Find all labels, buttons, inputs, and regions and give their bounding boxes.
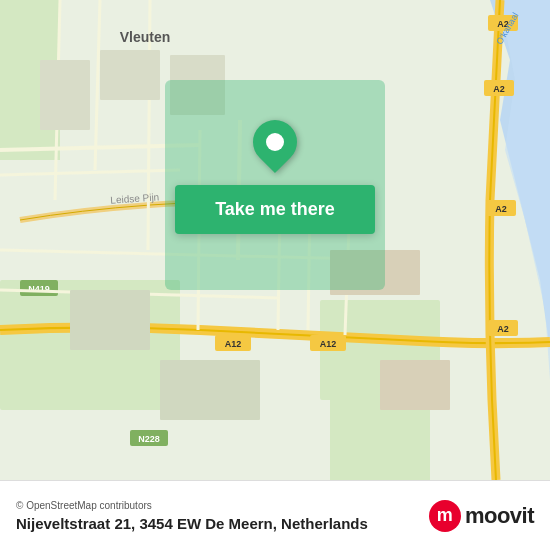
map-container: A12 A12 A2 A2 A2 A2 N419 N228 <box>0 0 550 480</box>
svg-text:A2: A2 <box>493 84 505 94</box>
svg-text:A12: A12 <box>225 339 242 349</box>
svg-rect-38 <box>380 360 450 410</box>
map-pin <box>253 120 297 164</box>
svg-text:A12: A12 <box>320 339 337 349</box>
moovit-logo: m moovit <box>429 500 534 532</box>
moovit-icon: m <box>429 500 461 532</box>
take-me-there-button[interactable]: Take me there <box>175 185 375 234</box>
svg-text:A2: A2 <box>495 204 507 214</box>
footer-bar: © OpenStreetMap contributors Nijeveltstr… <box>0 480 550 550</box>
svg-rect-41 <box>100 50 160 100</box>
svg-rect-36 <box>70 290 150 350</box>
svg-text:A2: A2 <box>497 324 509 334</box>
footer-info: © OpenStreetMap contributors Nijeveltstr… <box>16 500 368 532</box>
address-text: Nijeveltstraat 21, 3454 EW De Meern, Net… <box>16 515 368 532</box>
copyright-text: © OpenStreetMap contributors <box>16 500 368 511</box>
svg-rect-40 <box>40 60 90 130</box>
svg-text:N228: N228 <box>138 434 160 444</box>
svg-text:Vleuten: Vleuten <box>120 29 171 45</box>
moovit-text: moovit <box>465 503 534 529</box>
svg-rect-39 <box>160 360 260 420</box>
